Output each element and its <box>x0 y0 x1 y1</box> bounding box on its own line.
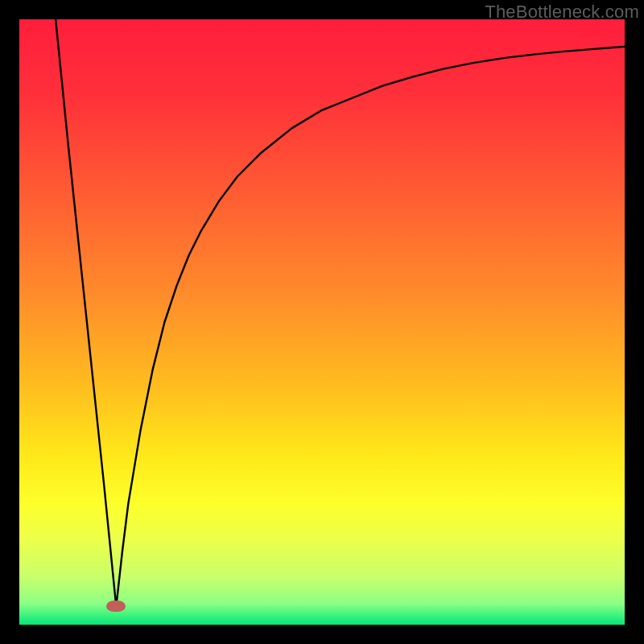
minimum-marker <box>106 601 126 612</box>
chart-frame: TheBottleneck.com <box>0 0 644 644</box>
plot-area <box>19 19 625 625</box>
bottleneck-curve <box>19 19 625 625</box>
